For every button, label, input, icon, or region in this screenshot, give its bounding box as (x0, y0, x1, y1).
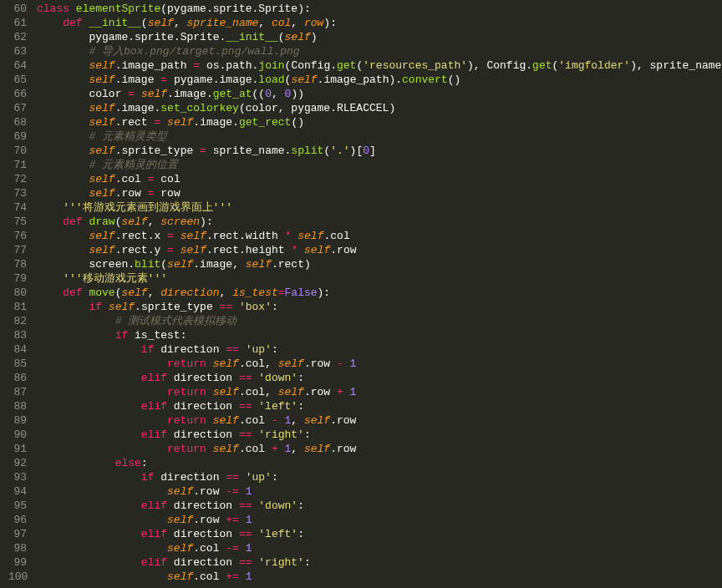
line-number: 98 (8, 541, 27, 555)
line-number: 78 (8, 257, 27, 271)
code-line[interactable]: if is_test: (37, 328, 722, 342)
code-line[interactable]: self.rect.x = self.rect.width * self.col (37, 229, 722, 243)
line-number: 64 (8, 58, 27, 73)
code-line[interactable]: self.col -= 1 (37, 541, 722, 555)
code-line[interactable]: pygame.sprite.Sprite.__init__(self) (37, 30, 722, 44)
line-number: 93 (8, 470, 27, 484)
code-line[interactable]: self.row -= 1 (37, 484, 722, 499)
code-line[interactable]: self.sprite_type = sprite_name.split('.'… (37, 144, 722, 158)
code-line[interactable]: # 测试模式代表模拟移动 (37, 314, 722, 328)
code-line[interactable]: if direction == 'up': (37, 342, 722, 357)
line-number: 87 (8, 385, 27, 399)
code-line[interactable]: self.col += 1 (37, 570, 722, 584)
line-number: 60 (8, 2, 27, 16)
line-number: 73 (8, 186, 27, 200)
code-line[interactable]: def move(self, direction, is_test=False)… (37, 286, 722, 300)
code-line[interactable]: elif direction == 'left': (37, 527, 722, 541)
line-number-gutter: 6061626364656667686970717273747576777879… (0, 0, 33, 588)
code-line[interactable]: '''移动游戏元素''' (37, 271, 722, 286)
code-line[interactable]: self.image = pygame.image.load(self.imag… (37, 73, 722, 87)
line-number: 88 (8, 399, 27, 413)
code-line[interactable]: def __init__(self, sprite_name, col, row… (37, 16, 722, 30)
code-line[interactable]: class elementSprite(pygame.sprite.Sprite… (37, 2, 722, 16)
code-line[interactable]: elif direction == 'down': (37, 499, 722, 513)
code-line[interactable]: # 元素精灵类型 (37, 129, 722, 144)
code-line[interactable]: self.rect = self.image.get_rect() (37, 115, 722, 129)
code-line[interactable]: elif direction == 'right': (37, 555, 722, 570)
code-line[interactable]: screen.blit(self.image, self.rect) (37, 257, 722, 271)
code-line[interactable]: return self.col + 1, self.row (37, 442, 722, 456)
code-line[interactable]: else: (37, 456, 722, 470)
line-number: 69 (8, 129, 27, 144)
code-line[interactable]: '''将游戏元素画到游戏界面上''' (37, 200, 722, 215)
code-line[interactable]: elif direction == 'left': (37, 399, 722, 413)
code-line[interactable]: return self.col, self.row + 1 (37, 385, 722, 399)
code-line[interactable]: self.col = col (37, 172, 722, 186)
line-number: 81 (8, 300, 27, 314)
line-number: 90 (8, 428, 27, 442)
code-content[interactable]: class elementSprite(pygame.sprite.Sprite… (33, 0, 722, 588)
line-number: 70 (8, 144, 27, 158)
line-number: 94 (8, 484, 27, 499)
code-line[interactable]: # 元素精灵的位置 (37, 158, 722, 172)
code-line[interactable]: self.row += 1 (37, 513, 722, 527)
line-number: 74 (8, 200, 27, 215)
line-number: 99 (8, 555, 27, 570)
line-number: 62 (8, 30, 27, 44)
line-number: 95 (8, 499, 27, 513)
line-number: 85 (8, 357, 27, 371)
line-number: 67 (8, 101, 27, 115)
code-line[interactable]: if self.sprite_type == 'box': (37, 300, 722, 314)
code-line[interactable]: self.image_path = os.path.join(Config.ge… (37, 58, 722, 73)
line-number: 80 (8, 286, 27, 300)
code-line[interactable]: return self.col - 1, self.row (37, 413, 722, 428)
line-number: 100 (8, 570, 27, 584)
line-number: 75 (8, 215, 27, 229)
code-line[interactable]: self.image.set_colorkey(color, pygame.RL… (37, 101, 722, 115)
line-number: 77 (8, 243, 27, 257)
code-line[interactable]: return self.col, self.row - 1 (37, 357, 722, 371)
code-line[interactable]: def draw(self, screen): (37, 215, 722, 229)
code-line[interactable]: # 导入box.png/target.png/wall.png (37, 44, 722, 58)
line-number: 79 (8, 271, 27, 286)
code-line[interactable]: elif direction == 'down': (37, 371, 722, 385)
line-number: 97 (8, 527, 27, 541)
line-number: 65 (8, 73, 27, 87)
code-editor[interactable]: 6061626364656667686970717273747576777879… (0, 0, 722, 588)
line-number: 72 (8, 172, 27, 186)
line-number: 76 (8, 229, 27, 243)
line-number: 71 (8, 158, 27, 172)
line-number: 82 (8, 314, 27, 328)
line-number: 61 (8, 16, 27, 30)
line-number: 86 (8, 371, 27, 385)
line-number: 66 (8, 87, 27, 101)
line-number: 63 (8, 44, 27, 58)
code-line[interactable]: color = self.image.get_at((0, 0)) (37, 87, 722, 101)
line-number: 89 (8, 413, 27, 428)
line-number: 84 (8, 342, 27, 357)
code-line[interactable]: if direction == 'up': (37, 470, 722, 484)
line-number: 96 (8, 513, 27, 527)
code-line[interactable]: elif direction == 'right': (37, 428, 722, 442)
code-line[interactable]: self.rect.y = self.rect.height * self.ro… (37, 243, 722, 257)
code-line[interactable]: self.row = row (37, 186, 722, 200)
line-number: 68 (8, 115, 27, 129)
line-number: 83 (8, 328, 27, 342)
line-number: 92 (8, 456, 27, 470)
line-number: 91 (8, 442, 27, 456)
